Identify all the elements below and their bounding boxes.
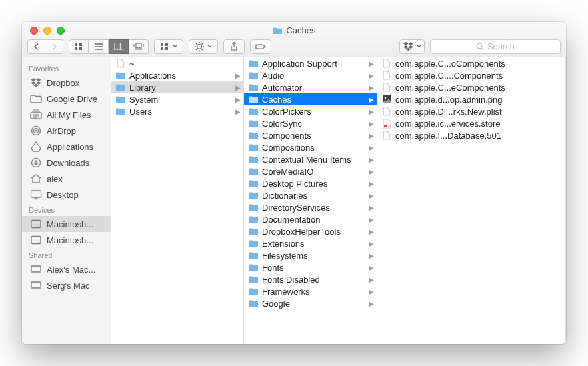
sidebar-item[interactable]: All My Files: [22, 107, 111, 123]
row-label: Fonts: [262, 263, 284, 273]
row-label: Users: [129, 107, 152, 117]
sidebar-item-label: Serg's Mac: [47, 281, 90, 291]
arrange-menu[interactable]: [154, 39, 183, 54]
folder-icon: [248, 178, 259, 189]
file-icon: [381, 106, 392, 117]
column-row[interactable]: Dictionaries▶: [244, 189, 377, 201]
column-row[interactable]: Automator▶: [244, 81, 377, 93]
column-row[interactable]: Fonts Disabled▶: [244, 273, 377, 285]
column-row[interactable]: com.apple.ic...ervices.store: [377, 117, 565, 129]
column-row[interactable]: Google▶: [244, 297, 377, 309]
sidebar-item[interactable]: alex: [22, 171, 111, 187]
row-label: Applications: [129, 71, 176, 81]
chevron-right-icon: ▶: [369, 84, 374, 91]
column-row[interactable]: com.apple.Di...rks.New.plist: [377, 105, 565, 117]
column-row[interactable]: Contextual Menu Items▶: [244, 153, 377, 165]
column-row[interactable]: Compositions▶: [244, 141, 377, 153]
folder-icon: [115, 82, 126, 93]
sidebar-item[interactable]: Serg's Mac: [22, 277, 111, 293]
column-row[interactable]: DropboxHelperTools▶: [244, 225, 377, 237]
row-label: Compositions: [262, 143, 315, 153]
row-label: Fonts Disabled: [262, 275, 320, 285]
sidebar-item[interactable]: Dropbox: [22, 75, 111, 91]
sidebar-item[interactable]: Desktop: [22, 187, 111, 203]
list-view-button[interactable]: [89, 39, 109, 54]
forward-button[interactable]: [45, 39, 63, 54]
file-icon: [381, 130, 392, 141]
sidebar-item-label: alex: [47, 174, 63, 184]
column-view-button[interactable]: [109, 39, 129, 54]
column-row[interactable]: com.apple.C...oComponents: [377, 57, 565, 69]
column-row[interactable]: ColorSync▶: [244, 117, 377, 129]
column-row[interactable]: Caches▶: [244, 93, 377, 105]
icon-view-button[interactable]: [69, 39, 89, 54]
chevron-right-icon: ▶: [369, 144, 374, 151]
column-row[interactable]: Application Support▶: [244, 57, 377, 69]
row-label: DirectoryServices: [262, 203, 330, 213]
column-row[interactable]: com.apple.d...op.admin.png: [377, 93, 565, 105]
column-row[interactable]: Applications▶: [111, 69, 243, 81]
column-row[interactable]: System▶: [111, 93, 243, 105]
column-row[interactable]: DirectoryServices▶: [244, 201, 377, 213]
chevron-right-icon: ▶: [235, 72, 241, 79]
column-row[interactable]: ColorPickers▶: [244, 105, 377, 117]
chevron-right-icon: ▶: [369, 96, 374, 103]
sidebar-item[interactable]: Applications: [22, 139, 111, 155]
svg-rect-23: [31, 282, 41, 287]
column-row[interactable]: Users▶: [111, 105, 243, 117]
folder-icon: [248, 298, 259, 309]
chevron-right-icon: ▶: [369, 228, 374, 235]
search-field[interactable]: Search: [430, 39, 561, 54]
chevron-right-icon: ▶: [369, 180, 374, 187]
row-label: Caches: [262, 95, 291, 105]
sidebar-item[interactable]: Alex's Mac...: [22, 261, 111, 277]
columns: ~Applications▶Library▶System▶Users▶Appli…: [111, 57, 566, 344]
sidebar-item[interactable]: Macintosh...: [22, 232, 111, 248]
svg-rect-6: [161, 43, 163, 46]
svg-rect-2: [75, 47, 77, 50]
row-label: Documentation: [262, 215, 320, 225]
action-menu[interactable]: [189, 39, 218, 54]
row-label: Application Support: [262, 59, 337, 69]
sidebar-item[interactable]: AirDrop: [22, 123, 111, 139]
zoom-button[interactable]: [57, 27, 65, 35]
coverflow-view-button[interactable]: [129, 39, 149, 54]
column-row[interactable]: Desktop Pictures▶: [244, 177, 377, 189]
folder-icon: [248, 82, 259, 93]
column-row[interactable]: Extensions▶: [244, 237, 377, 249]
close-button[interactable]: [30, 27, 38, 35]
sidebar-item[interactable]: Downloads: [22, 155, 111, 171]
folder-icon: [248, 262, 259, 273]
column-row[interactable]: Library▶: [111, 81, 243, 93]
dropbox-icon: [30, 77, 42, 88]
column-row[interactable]: ~: [111, 57, 243, 69]
back-button[interactable]: [27, 39, 45, 54]
column-row[interactable]: com.apple.C...eComponents: [377, 81, 565, 93]
tags-button[interactable]: [250, 39, 271, 54]
column-row[interactable]: com.apple.C....Components: [377, 69, 565, 81]
column-row[interactable]: Frameworks▶: [244, 285, 377, 297]
sidebar-item-label: Applications: [47, 142, 93, 152]
column-row[interactable]: Fonts▶: [244, 261, 377, 273]
folder-icon: [248, 106, 259, 117]
column-row[interactable]: Documentation▶: [244, 213, 377, 225]
minimize-button[interactable]: [43, 27, 51, 35]
column-row[interactable]: Audio▶: [244, 69, 377, 81]
sidebar-item[interactable]: Google Drive: [22, 91, 111, 107]
folder-icon: [248, 94, 259, 105]
column-row[interactable]: Filesystems▶: [244, 249, 377, 261]
svg-rect-4: [114, 43, 123, 50]
row-label: DropboxHelperTools: [262, 227, 341, 237]
svg-point-15: [35, 130, 37, 132]
chevron-right-icon: ▶: [369, 300, 374, 307]
share-button[interactable]: [223, 39, 245, 54]
column-row[interactable]: CoreMediaIO▶: [244, 165, 377, 177]
column: ~Applications▶Library▶System▶Users▶: [111, 57, 244, 344]
column-row[interactable]: Components▶: [244, 129, 377, 141]
folder-icon: [248, 250, 259, 261]
dropbox-menu[interactable]: [399, 39, 425, 54]
chevron-right-icon: ▶: [369, 60, 374, 67]
file-icon: [115, 58, 126, 69]
sidebar-item[interactable]: Macintosh...: [22, 216, 111, 232]
column-row[interactable]: com.apple.I...Database.501: [377, 129, 565, 141]
